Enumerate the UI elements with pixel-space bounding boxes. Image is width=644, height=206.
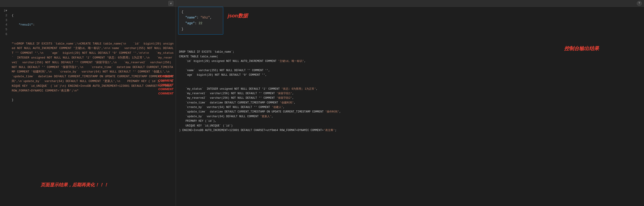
comment-tag-2: COMMENT bbox=[158, 79, 174, 82]
code-content-left[interactable]: { "result": "\nDROP TABLE IF EXISTS `tab… bbox=[9, 7, 176, 206]
line-num-4: 4 bbox=[0, 23, 7, 27]
line-num-1: 1▼ bbox=[0, 9, 7, 13]
code-line-5: } bbox=[12, 98, 174, 103]
code-line-1: { bbox=[12, 13, 174, 18]
json-popup: { "name": "khz", "age": 22 } bbox=[178, 7, 223, 35]
json-popup-line-close: } bbox=[182, 27, 220, 32]
line-num-2: 2 bbox=[0, 13, 7, 18]
json-popup-name-line: "name": "khz", bbox=[182, 15, 220, 21]
comment-tag-4: COMMENT bbox=[158, 87, 174, 91]
console-line-12: `update_by` varchar(64) DEFAULT NULL COM… bbox=[179, 115, 273, 118]
code-line-6 bbox=[12, 107, 174, 112]
console-line-14: UNIQUE KEY `id_UNIQUE` (`id`) bbox=[179, 124, 233, 127]
line-num-6: 6 bbox=[0, 32, 7, 37]
console-line-11: `update_time` datetime DEFAULT CURRENT_T… bbox=[179, 110, 341, 113]
help-icon: ? bbox=[638, 2, 640, 5]
code-line-4: "\nDROP TABLE IF EXISTS `table_name`;\nC… bbox=[12, 42, 174, 93]
help-button[interactable]: ? bbox=[637, 1, 642, 6]
console-line-1: DROP TABLE IF EXISTS `table_name`; bbox=[179, 50, 234, 54]
line-num-5: 5 bbox=[0, 27, 7, 32]
console-line-5: `age` bigint(20) NOT NULL DEFAULT '0' CO… bbox=[179, 73, 267, 77]
swap-button[interactable]: ⇄ bbox=[168, 1, 174, 6]
console-line-2: CREATE TABLE table_name( bbox=[179, 55, 218, 58]
editor-header: ⇄ bbox=[0, 0, 176, 7]
json-popup-line-open: { bbox=[182, 9, 220, 15]
comment-tag-3: COMMENT bbox=[158, 83, 174, 87]
swap-icon: ⇄ bbox=[170, 2, 172, 5]
console-line-8: `my_reserve2` varchar(256) NOT NULL DEFA… bbox=[179, 96, 294, 100]
console-line-13: PRIMARY KEY (`id`), bbox=[179, 119, 216, 123]
page-result-annotation: 页面显示结果，后期再美化！！！ bbox=[40, 182, 108, 187]
console-output[interactable]: DROP TABLE IF EXISTS `table_name`; CREAT… bbox=[176, 43, 644, 206]
comment-tag-5: COMMENT bbox=[158, 92, 174, 95]
console-line-15: ) ENGINE=InnoDB AUTO_INCREMENT=123001 DE… bbox=[179, 129, 337, 132]
comment-tag-1: COMMENT bbox=[158, 75, 174, 78]
console-line-7: `my_reserve1` varchar(256) NOT NULL DEFA… bbox=[179, 92, 294, 95]
code-area-left: 1▼ 2 3 4 5 6 { "result": "\nDROP TABLE I… bbox=[0, 7, 176, 206]
code-line-3 bbox=[12, 32, 174, 37]
code-line-2: "result": bbox=[12, 23, 174, 27]
console-line-4: `name` varchar(255) NOT NULL DEFAULT '' … bbox=[179, 69, 270, 72]
json-popup-age-line: "age": 22 bbox=[182, 21, 220, 26]
right-header: ? bbox=[176, 0, 644, 7]
line-num-3: 3 bbox=[0, 18, 7, 23]
left-editor-panel: ⇄ 1▼ 2 3 4 5 6 { "result": "\nDROP TABLE… bbox=[0, 0, 176, 206]
console-line-10: `create_by` varchar(64) NOT NULL DEFAULT… bbox=[179, 106, 284, 109]
editor-controls: ⇄ bbox=[168, 1, 174, 6]
console-line-3: `id` bigint(20) unsigned NOT NULL AUTO_I… bbox=[179, 60, 306, 63]
line-numbers: 1▼ 2 3 4 5 6 bbox=[0, 7, 9, 206]
right-panel: ? { "name": "khz", "age": 22 } json数据 控制… bbox=[176, 0, 644, 206]
json-annotation: json数据 bbox=[228, 13, 248, 19]
console-line-9: `create_time` datetime DEFAULT CURRENT_T… bbox=[179, 101, 296, 104]
comment-tags: COMMENT COMMENT COMMENT COMMENT COMMENT bbox=[158, 75, 174, 96]
console-line-6: `my_status` INTEGER unsigned NOT NULL DE… bbox=[179, 87, 318, 91]
page-result-annotation-container: 页面显示结果，后期再美化！！！ bbox=[40, 182, 108, 188]
